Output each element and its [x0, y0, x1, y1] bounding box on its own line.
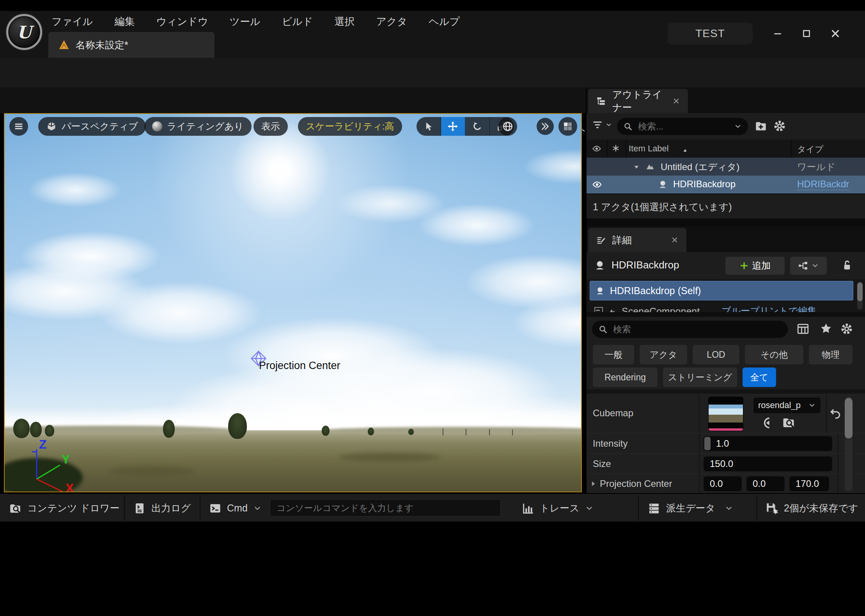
viewport-layout-button[interactable]	[558, 117, 577, 136]
projection-z-field[interactable]	[789, 476, 829, 491]
filter-rendering[interactable]: Rendering	[593, 367, 658, 387]
filter-general[interactable]: 一般	[593, 345, 634, 364]
projection-z-input[interactable]	[789, 478, 829, 489]
trace-dropdown[interactable]: トレース	[522, 494, 594, 522]
grid-divider	[699, 454, 700, 474]
show-dropdown[interactable]: 表示	[253, 117, 288, 136]
slider-handle[interactable]	[704, 437, 711, 450]
projection-x-input[interactable]	[704, 478, 742, 489]
column-separator	[791, 140, 792, 158]
details-settings-button[interactable]	[840, 322, 853, 336]
filter-actor[interactable]: アクタ	[640, 345, 687, 364]
component-scrollbar[interactable]	[857, 282, 863, 310]
menu-edit[interactable]: 編集	[113, 14, 136, 29]
menu-tools[interactable]: ツール	[228, 14, 262, 29]
select-tool-button[interactable]	[417, 117, 441, 136]
menu-build[interactable]: ビルド	[280, 14, 315, 29]
projection-y-field[interactable]	[746, 476, 785, 491]
minimize-button[interactable]	[769, 27, 786, 41]
outliner-tab[interactable]: アウトライナー	[588, 89, 688, 113]
size-field[interactable]	[704, 456, 832, 471]
maximize-button[interactable]	[798, 27, 815, 41]
scalability-button[interactable]: スケーラビリティ:高	[298, 117, 402, 136]
reset-property-button[interactable]	[829, 407, 842, 419]
component-row-scene[interactable]: SceneComponent ブループリントで編集	[590, 302, 853, 312]
console-input[interactable]	[270, 499, 501, 517]
row-type-link[interactable]: HDRIBackdr	[797, 179, 849, 190]
world-space-toggle[interactable]	[498, 117, 517, 136]
edit-in-blueprint-link[interactable]: ブループリントで編集	[721, 305, 817, 312]
close-icon[interactable]	[672, 97, 680, 105]
outliner-search[interactable]	[617, 118, 748, 135]
intensity-input[interactable]	[704, 438, 832, 449]
menu-window[interactable]: ウィンドウ	[154, 14, 209, 29]
lock-button[interactable]	[841, 259, 853, 272]
unsaved-status-button[interactable]: 2個が未保存です	[765, 494, 858, 522]
move-tool-button[interactable]	[441, 117, 466, 136]
property-row-cubemap: Cubemap rosendal_p	[587, 394, 865, 433]
filter-lod[interactable]: LOD	[693, 345, 739, 364]
cubemap-label: Cubemap	[593, 408, 633, 419]
chevron-down-icon	[605, 121, 612, 128]
component-row-self[interactable]: HDRIBackdrop (Self)	[590, 281, 853, 300]
projection-y-input[interactable]	[746, 478, 785, 489]
details-tab[interactable]: 詳細	[588, 228, 686, 252]
filter-physics[interactable]: 物理	[809, 345, 853, 364]
menu-actor[interactable]: アクタ	[375, 14, 409, 29]
tree	[30, 422, 42, 437]
column-type[interactable]: タイプ	[797, 144, 824, 155]
field-patch	[339, 453, 440, 462]
menu-select[interactable]: 選択	[333, 14, 356, 29]
menu-help[interactable]: ヘルプ	[427, 14, 461, 29]
pinned-column-icon[interactable]	[612, 144, 620, 153]
outliner-settings-button[interactable]	[773, 119, 786, 133]
derived-data-dropdown[interactable]: 派生データ	[647, 494, 733, 522]
favorites-button[interactable]	[820, 322, 832, 335]
outliner-filter-button[interactable]	[592, 119, 612, 130]
visibility-eye-icon[interactable]	[592, 179, 602, 190]
close-icon[interactable]	[671, 236, 679, 244]
perspective-dropdown[interactable]: パースペクティブ	[38, 117, 146, 136]
outliner-row-hdribackdrop[interactable]: HDRIBackdrop HDRIBackdr	[587, 176, 865, 193]
output-log-button[interactable]: 出力ログ	[133, 494, 191, 522]
expander-right-icon[interactable]	[589, 479, 597, 488]
filter-all[interactable]: 全て	[743, 367, 776, 387]
column-item-label[interactable]: Item Label	[629, 144, 669, 154]
asset-tab-untitled[interactable]: 名称未設定*	[48, 32, 214, 58]
size-input[interactable]	[704, 458, 832, 469]
details-search[interactable]	[592, 321, 788, 338]
visibility-column-icon[interactable]	[592, 144, 601, 153]
menu-file[interactable]: ファイル	[50, 14, 94, 29]
axis-x-label: X	[66, 481, 74, 492]
sort-ascending-icon[interactable]	[679, 145, 686, 152]
viewport-options-button[interactable]	[9, 117, 28, 136]
intensity-field[interactable]	[704, 436, 832, 451]
viewport-3d[interactable]: パースペクティブ ライティングあり 表示 スケーラビリティ:高 Projecti…	[4, 113, 582, 492]
browse-to-asset-button[interactable]	[782, 415, 796, 430]
new-folder-button[interactable]	[754, 119, 768, 133]
view-mode-dropdown[interactable]: ライティングあり	[144, 117, 252, 136]
chevron-down-icon[interactable]	[734, 122, 742, 130]
use-selected-asset-button[interactable]	[760, 416, 774, 430]
cubemap-thumbnail[interactable]	[708, 397, 743, 431]
outliner-search-input[interactable]	[637, 121, 729, 132]
details-search-input[interactable]	[612, 324, 782, 335]
power-pole	[443, 428, 443, 435]
unreal-logo-icon[interactable]: U	[6, 14, 42, 50]
details-scrollbar[interactable]	[845, 396, 853, 492]
cmd-dropdown[interactable]: Cmd	[209, 494, 262, 522]
edit-blueprint-button[interactable]	[790, 257, 827, 275]
filter-streaming[interactable]: ストリーミング	[663, 367, 737, 387]
content-drawer-button[interactable]: コンテンツ ドロワー	[9, 494, 120, 522]
close-button[interactable]	[827, 27, 844, 41]
filter-misc[interactable]: その他	[745, 345, 803, 364]
expander-down-icon[interactable]	[633, 163, 640, 171]
viewport-toolbar-expand-button[interactable]	[537, 118, 554, 135]
projection-x-field[interactable]	[704, 476, 742, 491]
rotate-tool-button[interactable]	[465, 117, 490, 136]
cubemap-asset-dropdown[interactable]: rosendal_p	[753, 398, 821, 413]
add-component-button[interactable]: 追加	[725, 257, 785, 275]
outliner-row-world[interactable]: Untitled (エディタ) ワールド	[587, 158, 865, 176]
display-options-button[interactable]	[796, 322, 810, 336]
collapse-box-icon[interactable]	[594, 307, 603, 312]
